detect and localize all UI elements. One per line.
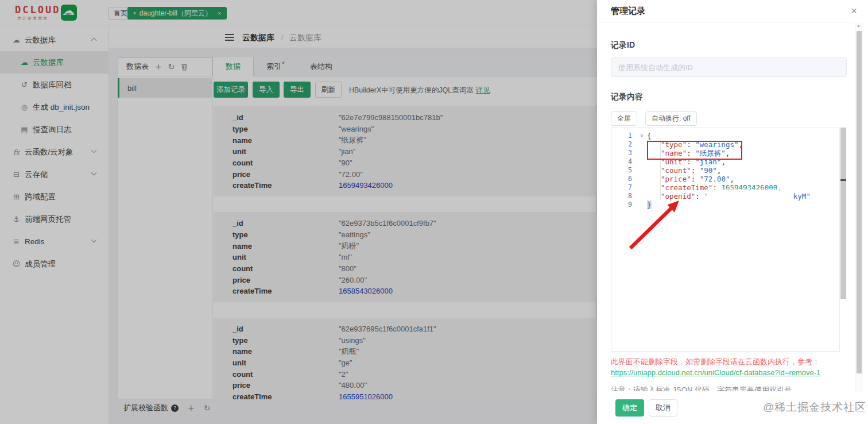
close-icon[interactable]: × [851, 5, 857, 17]
json-comma: , [777, 183, 782, 192]
json-key: "count" [661, 166, 691, 175]
fold-gutter [637, 175, 647, 183]
drawer-scrollbar-thumb[interactable] [857, 31, 862, 373]
annotation-highlight-box [647, 141, 742, 160]
cancel-button[interactable]: 取消 [649, 399, 677, 417]
json-note-clipped: 注意：请输入标准 JSON 代码，字符串需要使用双引号 [611, 385, 840, 391]
drawer-footer: 确定 取消 @稀土掘金技术社区 [597, 392, 868, 424]
annotation-arrow [623, 195, 689, 253]
json-value: "72.00" [700, 175, 730, 183]
json-colon: : [712, 183, 721, 192]
line-number: 5 [611, 166, 637, 175]
record-id-input[interactable] [611, 57, 847, 77]
indent [647, 183, 661, 192]
indent [647, 175, 661, 183]
drawer-header-divider [597, 22, 855, 22]
json-comma: , [717, 166, 722, 175]
json-colon: : [695, 192, 704, 201]
record-id-label: 记录ID [611, 40, 635, 51]
editor-scrollbar-marker [840, 179, 846, 181]
fold-gutter [637, 149, 647, 157]
code-line: 1∨{ [611, 132, 839, 140]
json-value: 1659493426000 [721, 183, 777, 192]
line-number: 4 [611, 157, 637, 166]
record-content-label: 记录内容 [611, 92, 643, 102]
confirm-button[interactable]: 确定 [615, 399, 644, 417]
manage-record-drawer: 管理记录 × 记录ID 记录内容 全屏 自动换行: off 1∨{2"type"… [597, 0, 868, 424]
json-key: "createTime" [661, 183, 712, 192]
fold-caret-icon[interactable]: ∨ [637, 132, 647, 140]
fullscreen-button[interactable]: 全屏 [611, 111, 637, 126]
modal-overlay[interactable] [0, 0, 597, 424]
json-comma: , [730, 175, 734, 183]
open-brace: { [647, 132, 652, 140]
fold-gutter [637, 157, 647, 166]
json-value: "90" [700, 166, 717, 175]
json-string-tail: kyM" [793, 192, 811, 201]
fold-gutter [637, 140, 647, 149]
json-colon: : [691, 175, 700, 183]
line-number: 1 [611, 132, 637, 140]
watermark: @稀土掘金技术社区 [763, 400, 866, 415]
json-key: "price" [661, 175, 691, 183]
delete-field-warning: 此界面不能删除字段，如需删除字段请在云函数内执行，参考： [611, 357, 846, 367]
code-line: 5"count": "90", [611, 166, 839, 175]
fold-gutter [637, 183, 647, 192]
fold-gutter [637, 166, 647, 175]
line-number: 2 [611, 140, 637, 149]
editor-scrollbar[interactable] [840, 128, 846, 299]
indent [647, 166, 661, 175]
censored-value [708, 192, 793, 198]
line-number: 7 [611, 183, 637, 192]
line-number: 3 [611, 149, 637, 157]
json-colon: : [691, 166, 700, 175]
code-line: 7"createTime": 1659493426000, [611, 183, 839, 192]
word-wrap-toggle[interactable]: 自动换行: off [645, 111, 697, 126]
json-string-open-quote: " [704, 192, 708, 201]
docs-link[interactable]: https://uniapp.dcloud.net.cn/uniCloud/cf… [611, 368, 820, 377]
line-number: 6 [611, 175, 637, 183]
drawer-title: 管理记录 [611, 6, 645, 17]
code-line: 6"price": "72.00", [611, 175, 839, 183]
scrollbar-up-arrow[interactable]: ▲ [857, 24, 861, 28]
